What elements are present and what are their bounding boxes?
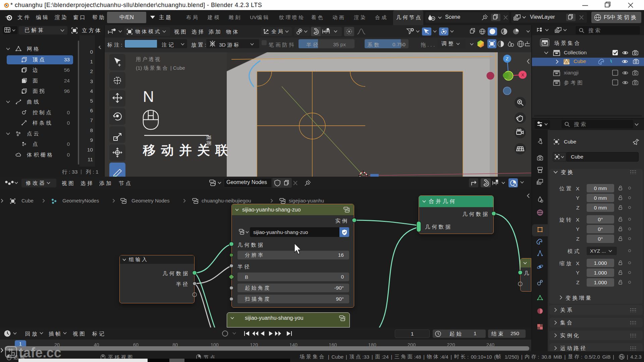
svg-text:视图: 视图 <box>206 135 212 146</box>
svg-text:(1) 场景集合 | Cube: (1) 场景集合 | Cube <box>136 65 185 71</box>
svg-text:移动并关联: 移动并关联 <box>143 143 233 157</box>
svg-text:Z: Z <box>506 56 508 61</box>
svg-text:用户透视: 用户透视 <box>136 56 161 62</box>
svg-text:X: X <box>521 72 524 77</box>
svg-text:N: N <box>143 88 154 105</box>
